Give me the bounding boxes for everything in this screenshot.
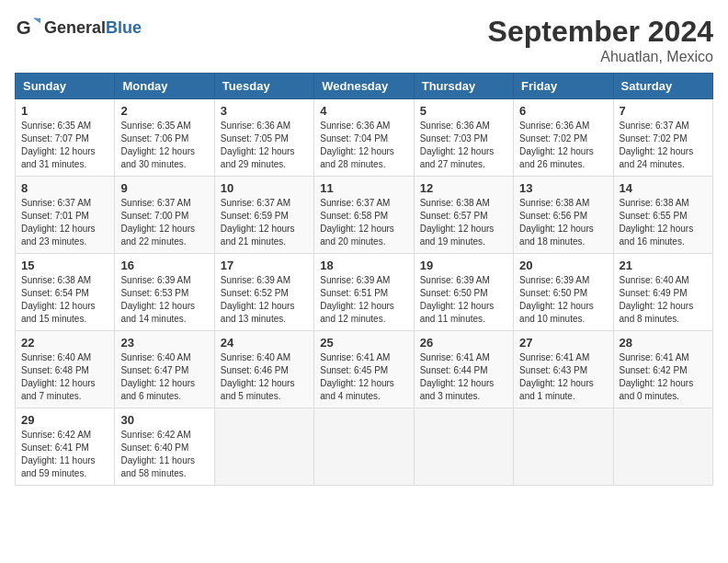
calendar-cell: 10Sunrise: 6:37 AM Sunset: 6:59 PM Dayli… bbox=[214, 177, 313, 254]
day-info: Sunrise: 6:40 AM Sunset: 6:46 PM Dayligh… bbox=[221, 351, 308, 403]
calendar-cell: 20Sunrise: 6:39 AM Sunset: 6:50 PM Dayli… bbox=[514, 254, 613, 331]
calendar-week-row: 8Sunrise: 6:37 AM Sunset: 7:01 PM Daylig… bbox=[16, 177, 713, 254]
logo-general: General bbox=[44, 18, 106, 37]
calendar-cell: 18Sunrise: 6:39 AM Sunset: 6:51 PM Dayli… bbox=[314, 254, 414, 331]
day-info: Sunrise: 6:37 AM Sunset: 6:59 PM Dayligh… bbox=[221, 197, 308, 248]
calendar-cell: 22Sunrise: 6:40 AM Sunset: 6:48 PM Dayli… bbox=[16, 331, 115, 408]
day-number: 9 bbox=[120, 181, 208, 195]
day-number: 8 bbox=[21, 181, 108, 195]
day-number: 20 bbox=[519, 259, 607, 272]
calendar-cell bbox=[414, 408, 513, 486]
day-number: 6 bbox=[519, 104, 607, 118]
header-row: SundayMondayTuesdayWednesdayThursdayFrid… bbox=[16, 74, 713, 99]
col-header-saturday: Saturday bbox=[613, 74, 712, 99]
calendar-cell: 7Sunrise: 6:37 AM Sunset: 7:02 PM Daylig… bbox=[613, 99, 712, 177]
day-info: Sunrise: 6:36 AM Sunset: 7:02 PM Dayligh… bbox=[519, 120, 607, 171]
day-number: 27 bbox=[519, 336, 607, 350]
calendar-cell: 15Sunrise: 6:38 AM Sunset: 6:54 PM Dayli… bbox=[16, 254, 115, 331]
day-info: Sunrise: 6:36 AM Sunset: 7:03 PM Dayligh… bbox=[420, 120, 507, 171]
calendar-week-row: 1Sunrise: 6:35 AM Sunset: 7:07 PM Daylig… bbox=[16, 99, 713, 177]
day-info: Sunrise: 6:38 AM Sunset: 6:55 PM Dayligh… bbox=[620, 197, 707, 248]
day-number: 18 bbox=[320, 259, 407, 272]
day-info: Sunrise: 6:38 AM Sunset: 6:56 PM Dayligh… bbox=[519, 197, 607, 248]
calendar-cell: 8Sunrise: 6:37 AM Sunset: 7:01 PM Daylig… bbox=[16, 177, 115, 254]
day-info: Sunrise: 6:42 AM Sunset: 6:40 PM Dayligh… bbox=[120, 429, 208, 480]
day-info: Sunrise: 6:39 AM Sunset: 6:52 PM Dayligh… bbox=[221, 274, 308, 326]
calendar-cell: 4Sunrise: 6:36 AM Sunset: 7:04 PM Daylig… bbox=[314, 99, 414, 177]
logo: G GeneralBlue bbox=[15, 15, 142, 40]
day-number: 19 bbox=[420, 259, 507, 272]
day-info: Sunrise: 6:39 AM Sunset: 6:51 PM Dayligh… bbox=[320, 274, 407, 326]
day-info: Sunrise: 6:37 AM Sunset: 7:01 PM Dayligh… bbox=[21, 197, 108, 248]
logo-blue: Blue bbox=[106, 18, 142, 37]
day-number: 13 bbox=[519, 181, 607, 195]
day-number: 15 bbox=[21, 259, 108, 272]
calendar-table: SundayMondayTuesdayWednesdayThursdayFrid… bbox=[15, 73, 713, 486]
day-info: Sunrise: 6:37 AM Sunset: 6:58 PM Dayligh… bbox=[320, 197, 407, 248]
day-info: Sunrise: 6:40 AM Sunset: 6:48 PM Dayligh… bbox=[21, 351, 108, 403]
calendar-cell bbox=[613, 408, 712, 486]
page-header: G GeneralBlue September 2024 Ahuatlan, M… bbox=[15, 15, 713, 65]
day-number: 7 bbox=[620, 104, 707, 118]
day-number: 22 bbox=[21, 336, 108, 350]
calendar-week-row: 22Sunrise: 6:40 AM Sunset: 6:48 PM Dayli… bbox=[16, 331, 713, 408]
calendar-cell: 28Sunrise: 6:41 AM Sunset: 6:42 PM Dayli… bbox=[613, 331, 712, 408]
day-number: 26 bbox=[420, 336, 507, 350]
day-number: 3 bbox=[221, 104, 308, 118]
day-info: Sunrise: 6:40 AM Sunset: 6:49 PM Dayligh… bbox=[620, 274, 707, 326]
day-number: 16 bbox=[120, 259, 208, 272]
calendar-cell: 9Sunrise: 6:37 AM Sunset: 7:00 PM Daylig… bbox=[115, 177, 214, 254]
calendar-cell bbox=[314, 408, 414, 486]
calendar-week-row: 15Sunrise: 6:38 AM Sunset: 6:54 PM Dayli… bbox=[16, 254, 713, 331]
calendar-week-row: 29Sunrise: 6:42 AM Sunset: 6:41 PM Dayli… bbox=[16, 408, 713, 486]
calendar-cell: 26Sunrise: 6:41 AM Sunset: 6:44 PM Dayli… bbox=[414, 331, 513, 408]
day-info: Sunrise: 6:39 AM Sunset: 6:53 PM Dayligh… bbox=[120, 274, 208, 326]
day-number: 2 bbox=[120, 104, 208, 118]
day-info: Sunrise: 6:39 AM Sunset: 6:50 PM Dayligh… bbox=[420, 274, 507, 326]
day-info: Sunrise: 6:37 AM Sunset: 7:00 PM Dayligh… bbox=[120, 197, 208, 248]
day-number: 14 bbox=[620, 181, 707, 195]
calendar-cell: 16Sunrise: 6:39 AM Sunset: 6:53 PM Dayli… bbox=[115, 254, 214, 331]
calendar-cell: 14Sunrise: 6:38 AM Sunset: 6:55 PM Dayli… bbox=[613, 177, 712, 254]
day-info: Sunrise: 6:38 AM Sunset: 6:54 PM Dayligh… bbox=[21, 274, 108, 326]
day-number: 24 bbox=[221, 336, 308, 350]
day-info: Sunrise: 6:36 AM Sunset: 7:05 PM Dayligh… bbox=[221, 120, 308, 171]
day-info: Sunrise: 6:41 AM Sunset: 6:42 PM Dayligh… bbox=[620, 351, 707, 403]
calendar-cell: 6Sunrise: 6:36 AM Sunset: 7:02 PM Daylig… bbox=[514, 99, 613, 177]
calendar-cell: 19Sunrise: 6:39 AM Sunset: 6:50 PM Dayli… bbox=[414, 254, 513, 331]
col-header-wednesday: Wednesday bbox=[314, 74, 414, 99]
day-info: Sunrise: 6:41 AM Sunset: 6:43 PM Dayligh… bbox=[519, 351, 607, 403]
calendar-cell bbox=[514, 408, 613, 486]
calendar-cell: 2Sunrise: 6:35 AM Sunset: 7:06 PM Daylig… bbox=[115, 99, 214, 177]
day-info: Sunrise: 6:35 AM Sunset: 7:06 PM Dayligh… bbox=[120, 120, 208, 171]
col-header-monday: Monday bbox=[115, 74, 214, 99]
day-number: 1 bbox=[21, 104, 108, 118]
col-header-tuesday: Tuesday bbox=[214, 74, 313, 99]
day-info: Sunrise: 6:39 AM Sunset: 6:50 PM Dayligh… bbox=[519, 274, 607, 326]
calendar-cell: 11Sunrise: 6:37 AM Sunset: 6:58 PM Dayli… bbox=[314, 177, 414, 254]
day-number: 11 bbox=[320, 181, 407, 195]
calendar-cell: 29Sunrise: 6:42 AM Sunset: 6:41 PM Dayli… bbox=[16, 408, 115, 486]
title-area: September 2024 Ahuatlan, Mexico bbox=[488, 15, 713, 65]
day-number: 12 bbox=[420, 181, 507, 195]
calendar-cell: 30Sunrise: 6:42 AM Sunset: 6:40 PM Dayli… bbox=[115, 408, 214, 486]
day-info: Sunrise: 6:41 AM Sunset: 6:44 PM Dayligh… bbox=[420, 351, 507, 403]
day-number: 29 bbox=[21, 413, 108, 427]
calendar-cell: 23Sunrise: 6:40 AM Sunset: 6:47 PM Dayli… bbox=[115, 331, 214, 408]
col-header-friday: Friday bbox=[514, 74, 613, 99]
day-number: 28 bbox=[620, 336, 707, 350]
day-info: Sunrise: 6:42 AM Sunset: 6:41 PM Dayligh… bbox=[21, 429, 108, 480]
day-number: 23 bbox=[120, 336, 208, 350]
day-info: Sunrise: 6:35 AM Sunset: 7:07 PM Dayligh… bbox=[21, 120, 108, 171]
day-number: 17 bbox=[221, 259, 308, 272]
calendar-cell: 27Sunrise: 6:41 AM Sunset: 6:43 PM Dayli… bbox=[514, 331, 613, 408]
logo-icon: G bbox=[15, 15, 40, 40]
calendar-cell: 17Sunrise: 6:39 AM Sunset: 6:52 PM Dayli… bbox=[214, 254, 313, 331]
day-info: Sunrise: 6:38 AM Sunset: 6:57 PM Dayligh… bbox=[420, 197, 507, 248]
calendar-cell: 3Sunrise: 6:36 AM Sunset: 7:05 PM Daylig… bbox=[214, 99, 313, 177]
calendar-cell: 5Sunrise: 6:36 AM Sunset: 7:03 PM Daylig… bbox=[414, 99, 513, 177]
calendar-cell: 1Sunrise: 6:35 AM Sunset: 7:07 PM Daylig… bbox=[16, 99, 115, 177]
location-title: Ahuatlan, Mexico bbox=[488, 49, 713, 65]
month-title: September 2024 bbox=[488, 15, 713, 49]
svg-marker-2 bbox=[34, 18, 40, 24]
